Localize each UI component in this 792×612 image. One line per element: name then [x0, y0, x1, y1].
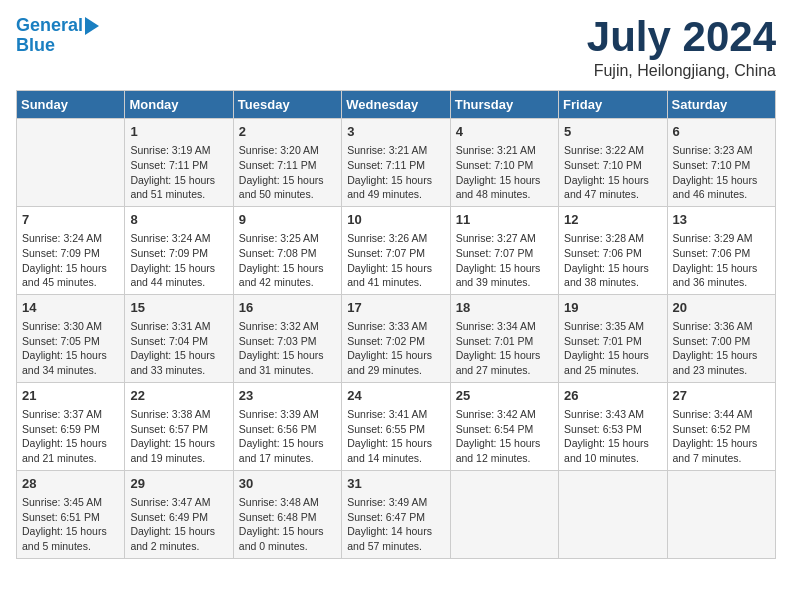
calendar-header: SundayMondayTuesdayWednesdayThursdayFrid… — [17, 91, 776, 119]
calendar-cell — [559, 470, 667, 558]
calendar-cell: 26Sunrise: 3:43 AM Sunset: 6:53 PM Dayli… — [559, 382, 667, 470]
calendar-cell: 18Sunrise: 3:34 AM Sunset: 7:01 PM Dayli… — [450, 294, 558, 382]
calendar-cell: 14Sunrise: 3:30 AM Sunset: 7:05 PM Dayli… — [17, 294, 125, 382]
day-number: 27 — [673, 387, 770, 405]
day-info: Sunrise: 3:22 AM Sunset: 7:10 PM Dayligh… — [564, 143, 661, 202]
day-number: 20 — [673, 299, 770, 317]
day-info: Sunrise: 3:45 AM Sunset: 6:51 PM Dayligh… — [22, 495, 119, 554]
day-number: 14 — [22, 299, 119, 317]
calendar-body: 1Sunrise: 3:19 AM Sunset: 7:11 PM Daylig… — [17, 119, 776, 559]
header-cell-monday: Monday — [125, 91, 233, 119]
calendar-cell — [450, 470, 558, 558]
day-number: 18 — [456, 299, 553, 317]
day-number: 23 — [239, 387, 336, 405]
day-info: Sunrise: 3:47 AM Sunset: 6:49 PM Dayligh… — [130, 495, 227, 554]
day-number: 17 — [347, 299, 444, 317]
day-info: Sunrise: 3:48 AM Sunset: 6:48 PM Dayligh… — [239, 495, 336, 554]
day-info: Sunrise: 3:25 AM Sunset: 7:08 PM Dayligh… — [239, 231, 336, 290]
week-row-2: 7Sunrise: 3:24 AM Sunset: 7:09 PM Daylig… — [17, 206, 776, 294]
day-number: 26 — [564, 387, 661, 405]
header-cell-friday: Friday — [559, 91, 667, 119]
calendar-cell: 29Sunrise: 3:47 AM Sunset: 6:49 PM Dayli… — [125, 470, 233, 558]
day-info: Sunrise: 3:24 AM Sunset: 7:09 PM Dayligh… — [22, 231, 119, 290]
day-number: 4 — [456, 123, 553, 141]
header-cell-sunday: Sunday — [17, 91, 125, 119]
page-header: General Blue July 2024 Fujin, Heilongjia… — [16, 16, 776, 80]
logo-arrow-icon — [85, 17, 99, 35]
day-info: Sunrise: 3:41 AM Sunset: 6:55 PM Dayligh… — [347, 407, 444, 466]
day-number: 9 — [239, 211, 336, 229]
calendar-cell: 9Sunrise: 3:25 AM Sunset: 7:08 PM Daylig… — [233, 206, 341, 294]
location-subtitle: Fujin, Heilongjiang, China — [587, 62, 776, 80]
day-info: Sunrise: 3:28 AM Sunset: 7:06 PM Dayligh… — [564, 231, 661, 290]
calendar-cell: 30Sunrise: 3:48 AM Sunset: 6:48 PM Dayli… — [233, 470, 341, 558]
calendar-cell: 27Sunrise: 3:44 AM Sunset: 6:52 PM Dayli… — [667, 382, 775, 470]
day-number: 2 — [239, 123, 336, 141]
calendar-cell: 22Sunrise: 3:38 AM Sunset: 6:57 PM Dayli… — [125, 382, 233, 470]
calendar-cell: 13Sunrise: 3:29 AM Sunset: 7:06 PM Dayli… — [667, 206, 775, 294]
day-number: 1 — [130, 123, 227, 141]
day-number: 11 — [456, 211, 553, 229]
calendar-cell: 20Sunrise: 3:36 AM Sunset: 7:00 PM Dayli… — [667, 294, 775, 382]
header-cell-tuesday: Tuesday — [233, 91, 341, 119]
day-number: 6 — [673, 123, 770, 141]
calendar-cell: 7Sunrise: 3:24 AM Sunset: 7:09 PM Daylig… — [17, 206, 125, 294]
week-row-5: 28Sunrise: 3:45 AM Sunset: 6:51 PM Dayli… — [17, 470, 776, 558]
calendar-cell: 21Sunrise: 3:37 AM Sunset: 6:59 PM Dayli… — [17, 382, 125, 470]
day-info: Sunrise: 3:26 AM Sunset: 7:07 PM Dayligh… — [347, 231, 444, 290]
header-cell-wednesday: Wednesday — [342, 91, 450, 119]
day-info: Sunrise: 3:29 AM Sunset: 7:06 PM Dayligh… — [673, 231, 770, 290]
day-info: Sunrise: 3:37 AM Sunset: 6:59 PM Dayligh… — [22, 407, 119, 466]
day-number: 25 — [456, 387, 553, 405]
day-info: Sunrise: 3:19 AM Sunset: 7:11 PM Dayligh… — [130, 143, 227, 202]
calendar-cell — [17, 119, 125, 207]
day-info: Sunrise: 3:27 AM Sunset: 7:07 PM Dayligh… — [456, 231, 553, 290]
calendar-cell: 15Sunrise: 3:31 AM Sunset: 7:04 PM Dayli… — [125, 294, 233, 382]
calendar-cell: 17Sunrise: 3:33 AM Sunset: 7:02 PM Dayli… — [342, 294, 450, 382]
day-number: 3 — [347, 123, 444, 141]
calendar-cell: 31Sunrise: 3:49 AM Sunset: 6:47 PM Dayli… — [342, 470, 450, 558]
day-info: Sunrise: 3:43 AM Sunset: 6:53 PM Dayligh… — [564, 407, 661, 466]
day-number: 24 — [347, 387, 444, 405]
calendar-cell: 28Sunrise: 3:45 AM Sunset: 6:51 PM Dayli… — [17, 470, 125, 558]
day-number: 13 — [673, 211, 770, 229]
day-info: Sunrise: 3:20 AM Sunset: 7:11 PM Dayligh… — [239, 143, 336, 202]
calendar-cell: 3Sunrise: 3:21 AM Sunset: 7:11 PM Daylig… — [342, 119, 450, 207]
calendar-cell: 16Sunrise: 3:32 AM Sunset: 7:03 PM Dayli… — [233, 294, 341, 382]
logo: General Blue — [16, 16, 99, 56]
calendar-cell — [667, 470, 775, 558]
day-info: Sunrise: 3:24 AM Sunset: 7:09 PM Dayligh… — [130, 231, 227, 290]
day-number: 30 — [239, 475, 336, 493]
calendar-cell: 8Sunrise: 3:24 AM Sunset: 7:09 PM Daylig… — [125, 206, 233, 294]
day-number: 16 — [239, 299, 336, 317]
day-info: Sunrise: 3:30 AM Sunset: 7:05 PM Dayligh… — [22, 319, 119, 378]
header-cell-thursday: Thursday — [450, 91, 558, 119]
day-info: Sunrise: 3:38 AM Sunset: 6:57 PM Dayligh… — [130, 407, 227, 466]
calendar-cell: 24Sunrise: 3:41 AM Sunset: 6:55 PM Dayli… — [342, 382, 450, 470]
day-number: 15 — [130, 299, 227, 317]
calendar-table: SundayMondayTuesdayWednesdayThursdayFrid… — [16, 90, 776, 559]
day-number: 22 — [130, 387, 227, 405]
calendar-cell: 5Sunrise: 3:22 AM Sunset: 7:10 PM Daylig… — [559, 119, 667, 207]
calendar-cell: 25Sunrise: 3:42 AM Sunset: 6:54 PM Dayli… — [450, 382, 558, 470]
day-info: Sunrise: 3:39 AM Sunset: 6:56 PM Dayligh… — [239, 407, 336, 466]
day-info: Sunrise: 3:44 AM Sunset: 6:52 PM Dayligh… — [673, 407, 770, 466]
day-info: Sunrise: 3:36 AM Sunset: 7:00 PM Dayligh… — [673, 319, 770, 378]
day-number: 19 — [564, 299, 661, 317]
title-section: July 2024 Fujin, Heilongjiang, China — [587, 16, 776, 80]
calendar-cell: 19Sunrise: 3:35 AM Sunset: 7:01 PM Dayli… — [559, 294, 667, 382]
calendar-cell: 1Sunrise: 3:19 AM Sunset: 7:11 PM Daylig… — [125, 119, 233, 207]
month-title: July 2024 — [587, 16, 776, 58]
calendar-cell: 4Sunrise: 3:21 AM Sunset: 7:10 PM Daylig… — [450, 119, 558, 207]
week-row-4: 21Sunrise: 3:37 AM Sunset: 6:59 PM Dayli… — [17, 382, 776, 470]
day-number: 10 — [347, 211, 444, 229]
calendar-cell: 2Sunrise: 3:20 AM Sunset: 7:11 PM Daylig… — [233, 119, 341, 207]
calendar-cell: 12Sunrise: 3:28 AM Sunset: 7:06 PM Dayli… — [559, 206, 667, 294]
day-number: 21 — [22, 387, 119, 405]
logo-blue-text: Blue — [16, 36, 55, 56]
header-row: SundayMondayTuesdayWednesdayThursdayFrid… — [17, 91, 776, 119]
calendar-cell: 23Sunrise: 3:39 AM Sunset: 6:56 PM Dayli… — [233, 382, 341, 470]
day-info: Sunrise: 3:34 AM Sunset: 7:01 PM Dayligh… — [456, 319, 553, 378]
day-number: 5 — [564, 123, 661, 141]
calendar-cell: 6Sunrise: 3:23 AM Sunset: 7:10 PM Daylig… — [667, 119, 775, 207]
